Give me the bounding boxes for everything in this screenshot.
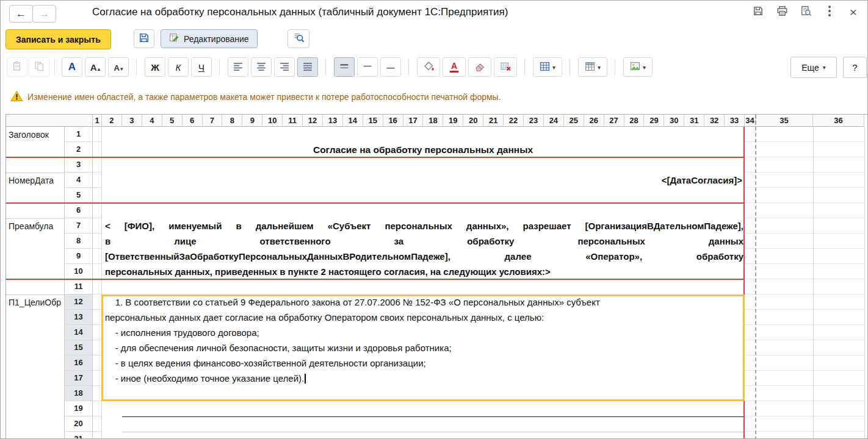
align-justify-button[interactable]: [297, 57, 318, 77]
row-header-11[interactable]: 11: [64, 279, 93, 294]
row-header-18[interactable]: 18: [64, 386, 93, 401]
area-label-p1-celi[interactable]: П1_ЦелиОбр: [9, 296, 63, 309]
title-cell[interactable]: Согласие на обработку персональных данны…: [101, 142, 745, 157]
save-and-close-button[interactable]: Записать и закрыть: [5, 29, 111, 49]
column-header-28[interactable]: 28: [624, 115, 645, 127]
column-header-32[interactable]: 32: [704, 115, 725, 127]
line-style-middle-button[interactable]: [357, 57, 378, 77]
row-header-12[interactable]: 12: [64, 294, 93, 310]
row-header-9[interactable]: 9: [64, 249, 93, 264]
column-header-11[interactable]: 11: [283, 115, 303, 127]
row-header-15[interactable]: 15: [64, 340, 93, 355]
row-header-21[interactable]: 21: [64, 432, 93, 439]
column-header-36[interactable]: 36: [813, 115, 864, 127]
align-right-button[interactable]: [274, 57, 295, 77]
column-header-20[interactable]: 20: [463, 115, 483, 127]
area-label-preambula[interactable]: Преамбула: [9, 220, 63, 233]
row-header-1[interactable]: 1: [64, 127, 93, 142]
date-placeholder-cell[interactable]: <[ДатаСогласия]>: [101, 173, 745, 188]
clear-format-button[interactable]: [494, 57, 517, 77]
column-header-26[interactable]: 26: [584, 115, 604, 127]
picture-dropdown-button[interactable]: ▾: [623, 57, 653, 77]
column-header-30[interactable]: 30: [664, 115, 684, 127]
line-style-double-button[interactable]: [334, 57, 355, 77]
column-header-24[interactable]: 24: [544, 115, 564, 127]
column-header-23[interactable]: 23: [524, 115, 544, 127]
zoom-view-button[interactable]: [288, 29, 309, 48]
row-header-13[interactable]: 13: [64, 310, 93, 325]
column-header-21[interactable]: 21: [483, 115, 504, 127]
column-header-9[interactable]: 9: [242, 115, 262, 127]
row-header-2[interactable]: 2: [64, 142, 93, 157]
help-button[interactable]: ?: [843, 57, 867, 78]
column-header-8[interactable]: 8: [222, 115, 242, 127]
fill-color-button[interactable]: [417, 57, 440, 77]
column-header-14[interactable]: 14: [343, 115, 363, 127]
column-header-33[interactable]: 33: [725, 115, 745, 127]
paste-button[interactable]: [7, 57, 27, 77]
column-header-2[interactable]: 2: [102, 115, 122, 127]
row-header-4[interactable]: 4: [64, 173, 93, 188]
back-button[interactable]: ←: [9, 5, 33, 23]
column-header-34[interactable]: 34: [745, 115, 756, 127]
font-button[interactable]: А: [62, 57, 82, 77]
column-header-25[interactable]: 25: [564, 115, 584, 127]
column-header-31[interactable]: 31: [684, 115, 704, 127]
column-header-19[interactable]: 19: [443, 115, 463, 127]
column-header-22[interactable]: 22: [504, 115, 524, 127]
line-style-bottom-button[interactable]: [380, 57, 401, 77]
column-header-29[interactable]: 29: [644, 115, 664, 127]
column-header-18[interactable]: 18: [423, 115, 443, 127]
more-button[interactable]: Еще ▾: [790, 57, 837, 78]
row-header-16[interactable]: 16: [64, 355, 93, 371]
align-center-button[interactable]: [251, 57, 272, 77]
column-header-10[interactable]: 10: [262, 115, 283, 127]
edit-mode-toggle[interactable]: Редактирование: [161, 29, 258, 48]
column-header-1[interactable]: 1: [93, 115, 102, 127]
row-header-19[interactable]: 19: [64, 401, 93, 416]
area-label-zagolovok[interactable]: Заголовок: [9, 128, 63, 141]
bold-button[interactable]: Ж: [145, 57, 165, 77]
save-icon-button[interactable]: [751, 5, 765, 19]
print-icon-button[interactable]: [775, 5, 789, 19]
column-header-12[interactable]: 12: [303, 115, 323, 127]
row-header-10[interactable]: 10: [64, 264, 93, 279]
column-header-13[interactable]: 13: [323, 115, 343, 127]
column-header-7[interactable]: 7: [203, 115, 223, 127]
kebab-menu-button[interactable]: [823, 5, 836, 19]
column-header-4[interactable]: 4: [142, 115, 162, 127]
copy-button[interactable]: [29, 57, 49, 77]
align-left-button[interactable]: [228, 57, 248, 77]
close-button[interactable]: ×: [847, 5, 860, 19]
column-header-6[interactable]: 6: [183, 115, 203, 127]
row-header-17[interactable]: 17: [64, 371, 93, 386]
select-all-corner[interactable]: [6, 115, 93, 127]
row-header-3[interactable]: 3: [64, 157, 93, 173]
row-header-5[interactable]: 5: [64, 188, 93, 203]
column-header-27[interactable]: 27: [604, 115, 624, 127]
row-header-14[interactable]: 14: [64, 325, 93, 340]
merge-cells-dropdown-button[interactable]: ▾: [578, 57, 607, 77]
column-header-35[interactable]: 35: [756, 115, 813, 127]
row-header-6[interactable]: 6: [64, 203, 93, 218]
row-header-20[interactable]: 20: [64, 416, 93, 432]
underline-button[interactable]: Ч: [191, 57, 212, 77]
column-header-5[interactable]: 5: [162, 115, 183, 127]
text-color-button[interactable]: А: [443, 57, 466, 77]
column-header-15[interactable]: 15: [363, 115, 383, 127]
column-header-16[interactable]: 16: [383, 115, 403, 127]
font-decrease-button[interactable]: А▾: [108, 57, 129, 77]
forward-button[interactable]: →: [32, 5, 56, 23]
preamble-cell[interactable]: < [ФИО], именуемый в дальнейшем «Субъект…: [105, 218, 743, 279]
area-label-nomerdata[interactable]: НомерДата: [9, 174, 63, 187]
font-increase-button[interactable]: А▴: [85, 57, 106, 77]
quick-save-button[interactable]: [134, 29, 154, 48]
italic-button[interactable]: К: [168, 57, 189, 77]
column-header-17[interactable]: 17: [403, 115, 424, 127]
row-header-8[interactable]: 8: [64, 234, 93, 249]
row-header-7[interactable]: 7: [64, 218, 93, 234]
eraser-button[interactable]: [468, 57, 491, 77]
column-header-3[interactable]: 3: [122, 115, 142, 127]
preview-icon-button[interactable]: [799, 5, 812, 19]
borders-dropdown-button[interactable]: ▾: [533, 57, 562, 77]
